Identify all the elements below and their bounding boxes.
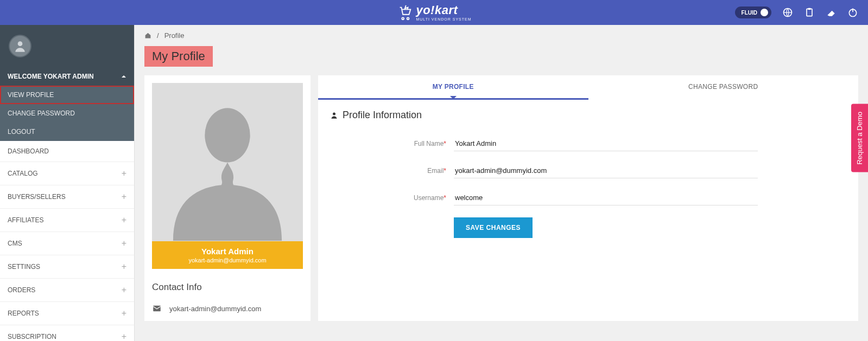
globe-icon[interactable] (782, 7, 793, 18)
svg-rect-7 (153, 306, 161, 312)
nav-item-dashboard[interactable]: DASHBOARD (0, 141, 134, 162)
fluid-toggle[interactable]: FLUID (735, 7, 771, 18)
tab-change-password[interactable]: CHANGE PASSWORD (588, 75, 859, 100)
request-demo-button[interactable]: Request a Demo (851, 104, 868, 172)
brand-tagline: MULTI VENDOR SYSTEM (416, 17, 471, 21)
email-field[interactable] (454, 163, 758, 178)
expand-icon: + (122, 332, 126, 341)
nav-item-orders[interactable]: ORDERS+ (0, 278, 134, 301)
label-email: Email* (340, 167, 454, 175)
expand-icon: + (122, 262, 126, 272)
expand-icon: + (122, 215, 126, 225)
clipboard-icon[interactable] (804, 7, 815, 18)
page-title: My Profile (144, 46, 213, 67)
breadcrumb-current: Profile (164, 31, 185, 40)
svg-rect-4 (852, 9, 853, 12)
save-button[interactable]: SAVE CHANGES (454, 217, 533, 238)
label-full-name: Full Name* (340, 140, 454, 147)
tab-my-profile[interactable]: MY PROFILE (318, 75, 588, 100)
nav-item-buyers-sellers[interactable]: BUYERS/SELLERS+ (0, 185, 134, 208)
svg-point-6 (205, 108, 250, 162)
svg-rect-2 (808, 8, 811, 10)
toggle-knob (761, 9, 768, 16)
nav-item-cms[interactable]: CMS+ (0, 231, 134, 255)
user-icon (330, 111, 338, 119)
eraser-icon[interactable] (826, 7, 837, 18)
caret-up-icon (121, 74, 126, 79)
expand-icon: + (122, 169, 126, 178)
expand-icon: + (122, 192, 126, 202)
expand-icon: + (122, 285, 126, 295)
nav-item-settings[interactable]: SETTINGS+ (0, 255, 134, 278)
profile-photo (152, 83, 303, 241)
profile-email: yokart-admin@dummyid.com (157, 257, 297, 263)
profile-card: Yokart Admin yokart-admin@dummyid.com Co… (144, 75, 311, 321)
brand-name: yo!kart (416, 4, 471, 16)
profile-name: Yokart Admin (157, 247, 297, 256)
nav-item-reports[interactable]: REPORTS+ (0, 301, 134, 325)
svg-point-5 (18, 41, 23, 46)
expand-icon: + (122, 308, 126, 318)
form-card: MY PROFILE CHANGE PASSWORD Profile Infor… (318, 75, 858, 321)
label-username: Username* (340, 194, 454, 202)
content-area: / Profile My Profile Yokart Admin yokart… (135, 25, 868, 341)
nav-item-affiliates[interactable]: AFFILIATES+ (0, 208, 134, 231)
nav-item-subscription[interactable]: SUBSCRIPTION+ (0, 325, 134, 341)
avatar[interactable] (9, 35, 31, 57)
nav-item-catalog[interactable]: CATALOG+ (0, 162, 134, 185)
expand-icon: + (122, 239, 126, 248)
submenu-item-0[interactable]: VIEW PROFILE (0, 86, 134, 104)
svg-point-8 (333, 113, 335, 115)
svg-rect-1 (807, 9, 812, 16)
name-bar: Yokart Admin yokart-admin@dummyid.com (152, 241, 303, 269)
submenu-item-1[interactable]: CHANGE PASSWORD (0, 104, 134, 123)
breadcrumb: / Profile (135, 25, 868, 46)
username-field[interactable] (454, 190, 758, 205)
sidebar: WELCOME YOKART ADMIN VIEW PROFILECHANGE … (0, 25, 135, 341)
power-icon[interactable] (847, 7, 858, 18)
contact-info-title: Contact Info (152, 282, 303, 293)
submenu-item-2[interactable]: LOGOUT (0, 123, 134, 141)
cart-icon (396, 4, 413, 21)
avatar-box (0, 25, 134, 67)
home-icon[interactable] (144, 32, 151, 39)
section-title: Profile Information (318, 100, 858, 131)
full-name-field[interactable] (454, 136, 758, 151)
topbar: yo!kart MULTI VENDOR SYSTEM FLUID (0, 0, 868, 25)
contact-email-row: yokart-admin@dummyid.com (152, 304, 303, 313)
envelope-icon (152, 304, 162, 313)
welcome-header[interactable]: WELCOME YOKART ADMIN (0, 67, 134, 86)
brand-logo[interactable]: yo!kart MULTI VENDOR SYSTEM (396, 4, 471, 21)
